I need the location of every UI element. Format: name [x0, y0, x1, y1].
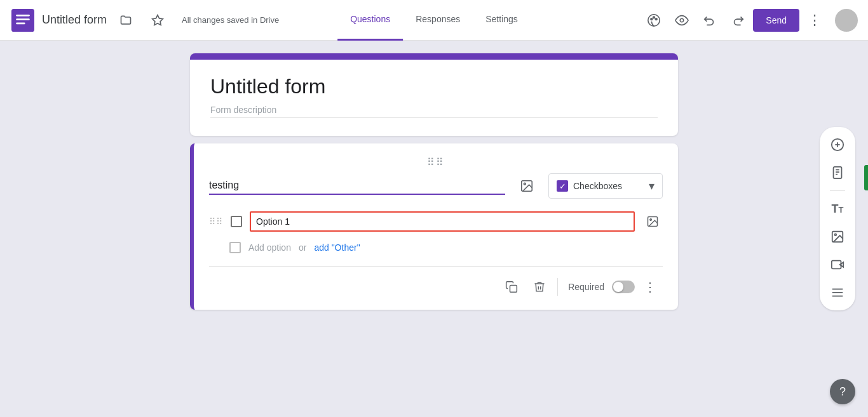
duplicate-button[interactable]: [499, 274, 524, 300]
question-type-selector[interactable]: ✓ Checkboxes ▾: [548, 173, 663, 199]
question-image-button[interactable]: [515, 175, 538, 197]
redo-button[interactable]: [725, 8, 750, 33]
toggle-knob: [613, 282, 623, 292]
question-text-input[interactable]: [209, 177, 505, 195]
option-drag-handle[interactable]: ⠿⠿: [209, 216, 223, 227]
svg-point-8: [656, 18, 658, 20]
right-panel: TT: [820, 127, 855, 310]
question-toolbar: Required ⋮: [209, 274, 663, 300]
svg-point-6: [651, 18, 653, 20]
header-left: Untitled form All changes saved in Drive: [10, 8, 641, 33]
header-form-title: Untitled form: [42, 13, 107, 27]
svg-rect-1: [16, 15, 30, 17]
option-1-input-wrap: [250, 211, 635, 232]
required-toggle[interactable]: [612, 281, 635, 293]
tab-bar: Questions Responses Settings: [337, 0, 531, 41]
required-label: Required: [568, 282, 604, 292]
svg-point-11: [524, 183, 526, 185]
option-1-input[interactable]: [256, 216, 628, 227]
option-1-row: ⠿⠿: [209, 209, 663, 234]
svg-rect-3: [16, 22, 25, 24]
svg-point-9: [681, 18, 684, 22]
star-button[interactable]: [145, 8, 170, 33]
add-other-link[interactable]: add "Other": [314, 242, 360, 253]
add-video-button[interactable]: [825, 252, 850, 277]
more-question-options-button[interactable]: ⋮: [637, 274, 663, 300]
or-text: or: [299, 242, 306, 253]
add-option-text[interactable]: Add option: [248, 242, 291, 253]
question-input-area: [209, 177, 505, 195]
form-title[interactable]: Untitled form: [210, 75, 658, 98]
type-label: Checkboxes: [573, 181, 644, 191]
checkbox-icon: ✓: [557, 180, 568, 192]
avatar: [835, 9, 858, 32]
delete-button[interactable]: [527, 274, 552, 300]
header: Untitled form All changes saved in Drive…: [0, 0, 868, 41]
auto-save-text: All changes saved in Drive: [182, 15, 279, 25]
send-button[interactable]: Send: [753, 9, 799, 32]
preview-button[interactable]: [669, 8, 695, 33]
drag-handle[interactable]: ⠿⠿: [209, 156, 663, 168]
main-content: Untitled form Form description ⠿⠿ ✓ Chec…: [0, 41, 868, 322]
question-divider: [209, 266, 663, 267]
svg-marker-4: [153, 15, 163, 25]
undo-button[interactable]: [697, 8, 722, 33]
svg-rect-14: [510, 286, 517, 293]
header-right: Send ⋮: [641, 8, 858, 33]
help-button[interactable]: ?: [830, 379, 855, 404]
add-option-row: Add option or add "Other": [209, 239, 663, 256]
option-1-checkbox[interactable]: [231, 216, 242, 227]
svg-point-23: [834, 234, 836, 235]
question-card: ⠿⠿ ✓ Checkboxes ▾ ⠿⠿: [190, 143, 678, 310]
svg-rect-2: [16, 18, 30, 20]
form-title-card: Untitled form Form description: [190, 53, 678, 136]
add-image-button[interactable]: [825, 224, 850, 249]
panel-divider-1: [830, 190, 845, 191]
app-icon: [10, 8, 36, 33]
question-top-row: ✓ Checkboxes ▾: [209, 173, 663, 199]
add-option-checkbox: [229, 242, 241, 253]
dropdown-arrow-icon: ▾: [649, 179, 654, 193]
palette-button[interactable]: [641, 8, 667, 33]
green-accent-bar: [864, 165, 868, 190]
option-image-button[interactable]: [642, 211, 663, 232]
tab-responses[interactable]: Responses: [403, 0, 473, 41]
add-section-button[interactable]: [825, 280, 850, 305]
tab-questions[interactable]: Questions: [337, 0, 403, 41]
add-question-button[interactable]: [825, 132, 850, 157]
folder-button[interactable]: [113, 8, 139, 33]
more-options-button[interactable]: ⋮: [802, 8, 827, 33]
form-description[interactable]: Form description: [210, 105, 658, 118]
svg-point-13: [650, 219, 652, 221]
tab-settings[interactable]: Settings: [473, 0, 531, 41]
svg-point-7: [653, 17, 655, 18]
add-title-button[interactable]: TT: [825, 196, 850, 222]
toolbar-divider: [557, 278, 558, 296]
import-questions-button[interactable]: [825, 160, 850, 185]
